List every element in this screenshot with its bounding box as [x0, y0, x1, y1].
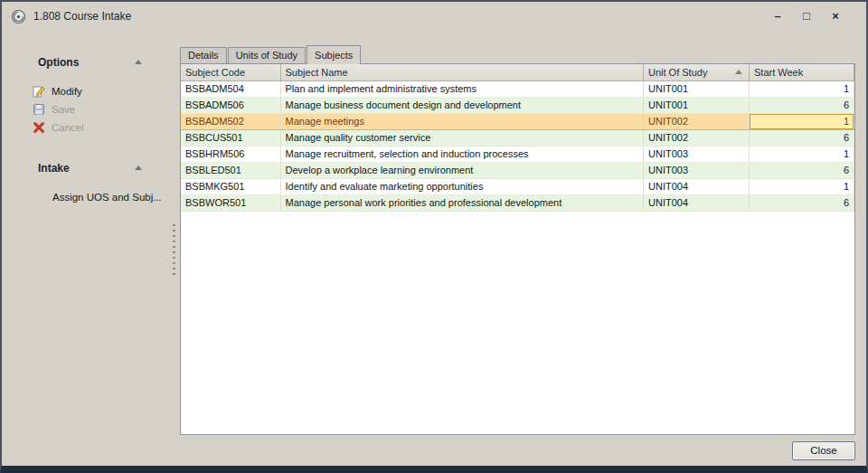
sidebar-item-assign-uos[interactable]: Assign UOS and Subj... [2, 188, 167, 206]
subjects-panel: Subject Code Subject Name Unit Of Study … [180, 63, 855, 435]
cell-subject-code[interactable]: BSBCUS501 [181, 129, 280, 146]
sort-ascending-icon [735, 70, 742, 74]
titlebar: 1.808 Course Intake – □ × [2, 2, 866, 31]
tabstrip: Details Units of Study Subjects [180, 45, 855, 63]
column-header-subject-code[interactable]: Subject Code [181, 64, 280, 80]
close-window-button[interactable]: × [821, 6, 850, 26]
cell-subject-code[interactable]: BSBWOR501 [181, 194, 280, 211]
cell-unit-of-study[interactable]: UNIT003 [644, 146, 750, 162]
sidebar-item-label: Save [52, 104, 75, 115]
table-row[interactable]: BSBCUS501Manage quality customer service… [181, 129, 854, 146]
table-row[interactable]: BSBWOR501Manage personal work priorities… [181, 194, 854, 211]
cell-start-week[interactable]: 1 [750, 80, 854, 97]
cell-subject-name[interactable]: Plan and implement administrative system… [280, 80, 644, 97]
table-row[interactable]: BSBADM506Manage business document design… [181, 97, 854, 113]
table-row[interactable]: BSBMKG501Identify and evaluate marketing… [181, 178, 854, 194]
cell-subject-code[interactable]: BSBLED501 [181, 162, 280, 178]
cell-subject-name[interactable]: Manage business document design and deve… [280, 97, 644, 113]
column-header-subject-name[interactable]: Subject Name [280, 64, 644, 80]
sidebar-item-label: Modify [52, 86, 82, 97]
table-row[interactable]: BSBADM502Manage meetingsUNIT0021 [181, 113, 854, 129]
cell-unit-of-study[interactable]: UNIT002 [644, 113, 750, 129]
cell-subject-name[interactable]: Manage quality customer service [280, 129, 644, 146]
cell-start-week[interactable]: 6 [750, 194, 854, 211]
cell-start-week[interactable]: 6 [750, 162, 854, 178]
cell-start-week[interactable]: 6 [750, 129, 854, 146]
cell-start-week[interactable]: 1 [750, 113, 854, 129]
collapse-arrow-icon [135, 60, 142, 64]
footer: Close [180, 435, 855, 466]
sidebar-item-label: Assign UOS and Subj... [52, 192, 162, 203]
table-row[interactable]: BSBLED501Develop a workplace learning en… [181, 162, 854, 178]
sidebar-item-cancel[interactable]: Cancel [2, 118, 167, 137]
course-intake-window: 1.808 Course Intake – □ × Options [0, 0, 868, 473]
cell-start-week[interactable]: 1 [750, 178, 854, 194]
column-header-start-week[interactable]: Start Week [750, 64, 854, 80]
cell-unit-of-study[interactable]: UNIT002 [644, 129, 750, 146]
column-header-label: Unit Of Study [648, 67, 707, 78]
table-row[interactable]: BSBADM504Plan and implement administrati… [181, 80, 854, 97]
sidebar-item-label: Cancel [52, 122, 84, 133]
subjects-grid: Subject Code Subject Name Unit Of Study … [181, 64, 854, 212]
cell-unit-of-study[interactable]: UNIT004 [644, 178, 750, 194]
cell-subject-code[interactable]: BSBADM502 [181, 113, 280, 129]
edit-icon [32, 85, 45, 99]
window-controls: – □ × [763, 6, 857, 26]
tab-units-of-study[interactable]: Units of Study [228, 47, 306, 63]
intake-group-label: Intake [38, 162, 70, 175]
sidebar-item-modify[interactable]: Modify [2, 82, 167, 100]
options-group-header[interactable]: Options [2, 54, 167, 71]
maximize-button[interactable]: □ [792, 6, 821, 26]
cell-start-week[interactable]: 1 [750, 146, 854, 162]
cell-unit-of-study[interactable]: UNIT003 [644, 162, 750, 178]
collapse-arrow-icon [135, 166, 142, 170]
main-content: Details Units of Study Subjects Subject … [180, 31, 866, 466]
tab-details[interactable]: Details [180, 47, 227, 63]
table-row[interactable]: BSBHRM506Manage recruitment, selection a… [181, 146, 854, 162]
cell-unit-of-study[interactable]: UNIT004 [644, 194, 750, 211]
close-button[interactable]: Close [792, 441, 855, 460]
cell-unit-of-study[interactable]: UNIT001 [644, 80, 750, 97]
cell-subject-name[interactable]: Manage meetings [280, 113, 644, 129]
sidebar-splitter[interactable] [167, 31, 180, 466]
column-header-label: Subject Code [185, 67, 245, 78]
splitter-grip-icon [172, 222, 176, 275]
cell-subject-code[interactable]: BSBMKG501 [181, 178, 280, 194]
cell-unit-of-study[interactable]: UNIT001 [644, 97, 750, 113]
intake-group-header[interactable]: Intake [2, 160, 167, 176]
sidebar-item-save[interactable]: Save [2, 100, 167, 118]
cell-subject-code[interactable]: BSBADM506 [181, 97, 280, 113]
sidebar: Options Modify [2, 31, 167, 466]
cell-subject-name[interactable]: Manage recruitment, selection and induct… [280, 146, 644, 162]
column-header-label: Start Week [754, 67, 803, 78]
cell-subject-name[interactable]: Manage personal work priorities and prof… [280, 194, 644, 211]
save-icon [32, 103, 45, 117]
cell-subject-name[interactable]: Develop a workplace learning environment [280, 162, 644, 178]
sidebar-spacer [2, 137, 167, 160]
tab-subjects[interactable]: Subjects [307, 45, 361, 64]
cancel-icon [32, 121, 45, 135]
cell-subject-code[interactable]: BSBADM504 [181, 80, 280, 97]
options-group-label: Options [38, 56, 79, 69]
window-body: Options Modify [2, 31, 866, 466]
column-header-unit-of-study[interactable]: Unit Of Study [644, 64, 750, 80]
app-icon [11, 9, 26, 24]
column-header-label: Subject Name [286, 67, 348, 78]
minimize-button[interactable]: – [763, 6, 792, 26]
cell-subject-name[interactable]: Identify and evaluate marketing opportun… [280, 178, 644, 194]
grid-body: BSBADM504Plan and implement administrati… [181, 80, 854, 211]
window-title: 1.808 Course Intake [33, 10, 131, 23]
cell-subject-code[interactable]: BSBHRM506 [181, 146, 280, 162]
grid-header-row: Subject Code Subject Name Unit Of Study … [181, 64, 854, 80]
cell-start-week[interactable]: 6 [750, 97, 854, 113]
